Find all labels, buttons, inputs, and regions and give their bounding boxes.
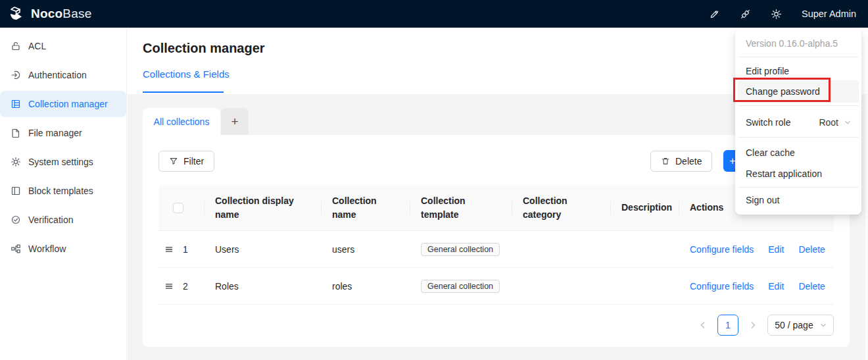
sidebar-item-label: Collection manager (28, 99, 108, 109)
header-collection-display-name: Collection display name (205, 185, 322, 230)
file-icon (11, 128, 21, 138)
sidebar-item-label: Workflow (28, 244, 66, 254)
drag-handle-icon[interactable] (164, 282, 174, 291)
user-dropdown-menu: Version 0.16.0-alpha.5 Edit profile Chan… (735, 29, 861, 215)
cell-display-name: Users (205, 231, 322, 267)
configure-fields-link[interactable]: Configure fields (690, 244, 754, 255)
header-collection-category: Collection category (512, 185, 611, 230)
menu-divider (738, 105, 859, 106)
add-category-tab[interactable]: + (221, 108, 249, 135)
sidebar-item-label: Verification (28, 215, 73, 225)
active-tab-ink (143, 91, 224, 93)
menu-divider (738, 57, 859, 57)
sidebar-item-block-templates[interactable]: Block templates (0, 178, 126, 204)
chevron-down-icon (820, 322, 827, 328)
brand-logo[interactable]: NocoBase (9, 6, 91, 22)
select-all-checkbox[interactable] (173, 203, 183, 213)
collections-table: Collection display name Collection name … (158, 185, 834, 305)
table-row: 2 Roles roles General collection Configu… (158, 268, 834, 305)
chevron-down-icon (844, 119, 851, 126)
sidebar-item-label: ACL (28, 41, 46, 51)
template-tag: General collection (421, 243, 500, 256)
user-menu-trigger[interactable]: Super Admin (802, 9, 856, 19)
login-icon (11, 70, 21, 80)
tab-collections-and-fields[interactable]: Collections & Fields (143, 68, 229, 80)
scrollbar-track[interactable] (865, 94, 868, 360)
delete-link[interactable]: Delete (798, 244, 825, 255)
sidebar-item-acl[interactable]: ACL (0, 33, 126, 59)
sidebar-item-label: Authentication (28, 70, 87, 80)
filter-button[interactable]: Filter (158, 151, 214, 172)
delete-link[interactable]: Delete (798, 281, 825, 292)
pagination: 1 50 / page (694, 315, 834, 336)
api-icon[interactable] (740, 9, 751, 20)
sidebar-item-collection-manager[interactable]: Collection manager (0, 91, 126, 117)
sidebar: ACL Authentication Collection manager Fi… (0, 28, 127, 360)
sidebar-item-system-settings[interactable]: System settings (0, 149, 126, 175)
prev-page-icon[interactable] (694, 315, 711, 336)
menu-item-sign-out[interactable]: Sign out (738, 190, 859, 211)
edit-link[interactable]: Edit (768, 281, 784, 292)
collections-icon (11, 99, 21, 109)
trash-icon (661, 157, 670, 166)
tab-all-collections[interactable]: All collections (143, 108, 220, 135)
menu-item-clear-cache[interactable]: Clear cache (738, 142, 859, 163)
switch-role-label: Switch role (746, 117, 790, 128)
sidebar-item-file-manager[interactable]: File manager (0, 120, 126, 146)
check-circle-icon (11, 215, 21, 225)
menu-divider (738, 137, 859, 138)
menu-item-switch-role[interactable]: Switch role Root (738, 112, 859, 133)
page-title: Collection manager (143, 41, 265, 56)
cell-collection-name: roles (322, 268, 410, 304)
header-description: Description (611, 185, 679, 230)
sidebar-item-workflow[interactable]: Workflow (0, 236, 126, 262)
cell-description (611, 268, 679, 304)
row-index: 2 (183, 281, 188, 292)
cell-category (512, 268, 611, 304)
page-size-select[interactable]: 50 / page (767, 315, 834, 336)
settings-gear-icon[interactable] (771, 9, 782, 20)
header-collection-template: Collection template (410, 185, 512, 230)
menu-divider (738, 187, 859, 188)
delete-button[interactable]: Delete (650, 151, 712, 172)
app-root: NocoBase Super Admin (0, 0, 868, 360)
edit-link[interactable]: Edit (768, 244, 784, 255)
gear-icon (11, 157, 21, 167)
sidebar-item-authentication[interactable]: Authentication (0, 62, 126, 88)
cell-collection-name: users (322, 231, 410, 267)
layout-icon (11, 186, 21, 196)
filter-button-label: Filter (183, 156, 204, 167)
header-collection-name: Collection name (322, 185, 410, 230)
sidebar-item-label: File manager (28, 128, 82, 138)
menu-item-restart-application[interactable]: Restart application (738, 163, 859, 184)
table-header-row: Collection display name Collection name … (158, 185, 834, 231)
cell-description (611, 231, 679, 267)
sidebar-item-label: Block templates (28, 186, 93, 196)
template-tag: General collection (421, 280, 500, 293)
cell-display-name: Roles (205, 268, 322, 304)
cell-category (512, 231, 611, 267)
brand-text: NocoBase (31, 7, 91, 21)
switch-role-value[interactable]: Root (819, 117, 838, 128)
menu-item-version: Version 0.16.0-alpha.5 (738, 33, 859, 54)
page-number[interactable]: 1 (717, 315, 738, 336)
next-page-icon[interactable] (744, 315, 761, 336)
workflow-icon (11, 244, 21, 254)
lock-icon (11, 41, 21, 51)
table-row: 1 Users users General collection Configu… (158, 231, 834, 268)
topbar: NocoBase Super Admin (0, 0, 868, 28)
row-index: 1 (183, 244, 188, 255)
nocobase-logo-icon (9, 6, 26, 22)
sidebar-item-label: System settings (28, 157, 93, 167)
highlight-icon[interactable] (709, 9, 720, 20)
filter-icon (169, 157, 178, 166)
sidebar-item-verification[interactable]: Verification (0, 207, 126, 233)
delete-button-label: Delete (675, 156, 702, 167)
drag-handle-icon[interactable] (164, 245, 174, 254)
menu-item-edit-profile[interactable]: Edit profile (738, 61, 859, 82)
configure-fields-link[interactable]: Configure fields (690, 281, 754, 292)
page-size-value: 50 / page (775, 320, 813, 330)
menu-item-change-password[interactable]: Change password (738, 80, 859, 103)
